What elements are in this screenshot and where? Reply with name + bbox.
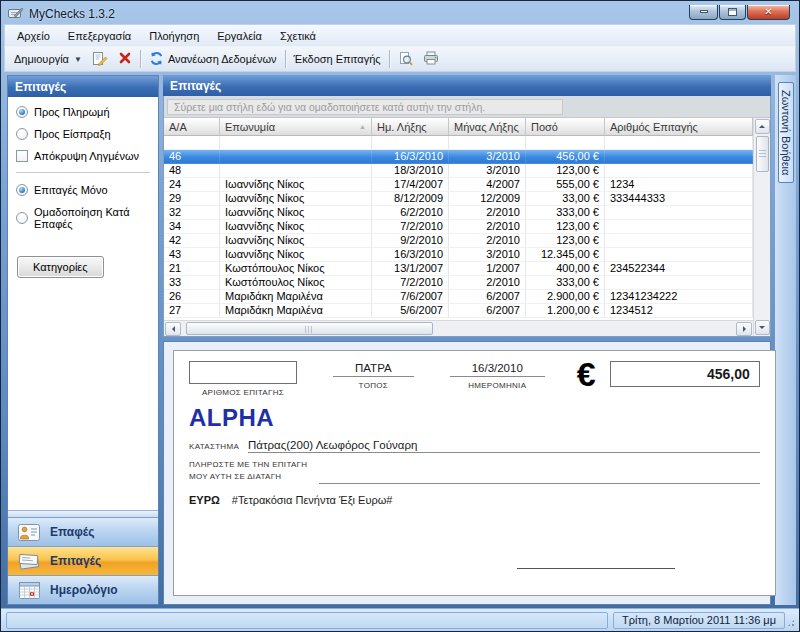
cell-month: 6/2007 <box>449 290 526 304</box>
check-amount-box: 456,00 <box>610 361 760 387</box>
cell-amount: 123,00 € <box>526 234 605 248</box>
issue-check-label: Έκδοση Επιταγής <box>294 53 381 65</box>
column-header-aa[interactable]: Α/Α <box>164 118 220 136</box>
filter-options: Προς Πληρωμή Προς Είσπραξη Απόκρυψη Ληγμ… <box>8 97 158 278</box>
cell-aa: 29 <box>164 192 220 206</box>
cell-number <box>605 220 753 234</box>
radio-pros-eispraxi[interactable]: Προς Είσπραξη <box>16 128 150 140</box>
table-row[interactable]: 33Κωστόπουλος Νίκος7/2/20102/2010333,00 … <box>164 276 753 290</box>
vertical-scroll-thumb[interactable] <box>756 136 769 172</box>
table-row[interactable]: 21Κωστόπουλος Νίκος13/1/20071/2007400,00… <box>164 262 753 276</box>
table-row[interactable]: 34Ιωαννίδης Νίκος7/2/20102/2010123,00 € <box>164 220 753 234</box>
cell-due <box>372 136 449 150</box>
table-row[interactable]: 4616/3/20103/2010456,00 € <box>164 150 753 164</box>
vertical-scrollbar[interactable] <box>753 118 770 336</box>
menu-item-tools[interactable]: Εργαλεία <box>208 26 271 46</box>
cell-due: 18/3/2010 <box>372 164 449 178</box>
cell-name: Μαριδάκη Μαριλένα <box>220 304 372 318</box>
main-panel-header: Επιταγές <box>163 75 771 96</box>
table-row[interactable]: 42Ιωαννίδης Νίκος9/2/20102/2010123,00 € <box>164 234 753 248</box>
radio-checks-only[interactable]: Επιταγές Μόνο <box>16 184 150 196</box>
menu-item-edit[interactable]: Επεξεργασία <box>59 26 140 46</box>
checkbox-icon <box>16 150 28 162</box>
checkbox-hide-expired[interactable]: Απόκρυψη Ληγμένων <box>16 150 150 162</box>
menu-item-file[interactable]: Αρχείο <box>8 26 59 46</box>
table-row[interactable]: 24Ιωαννίδης Νίκος17/4/20074/2007555,00 €… <box>164 178 753 192</box>
cell-name: Μαριδάκη Μαριλένα <box>220 290 372 304</box>
table-row[interactable]: 43Ιωαννίδης Νίκος16/3/20103/201012.345,0… <box>164 248 753 262</box>
print-preview-button[interactable] <box>393 48 418 71</box>
bank-name: ALPHA <box>189 406 760 430</box>
column-header-amount[interactable]: Ποσό <box>526 118 605 136</box>
maximize-button[interactable] <box>719 5 746 20</box>
checkbox-hide-expired-label: Απόκρυψη Ληγμένων <box>34 150 139 162</box>
table-row[interactable]: 26Μαριδάκη Μαριλένα7/6/20076/20072.900,0… <box>164 290 753 304</box>
create-button[interactable]: Δημιουργία ▼ <box>9 50 87 68</box>
column-header-due-date[interactable]: Ημ. Λήξης <box>372 118 449 136</box>
cell-aa: 34 <box>164 220 220 234</box>
live-help-tab[interactable]: Ζωντανή Βοήθεια <box>778 82 794 183</box>
menu-item-navigation[interactable]: Πλοήγηση <box>140 26 208 46</box>
nav-resize-grip[interactable] <box>8 510 158 517</box>
create-button-label: Δημιουργία <box>14 53 69 65</box>
check-number-label: ΑΡΙΘΜΟΣ ΕΠΙΤΑΓΗΣ <box>202 388 284 397</box>
close-button[interactable]: ✕ <box>747 5 790 20</box>
scroll-up-button[interactable] <box>755 119 770 134</box>
radio-group-by-contacts[interactable]: Ομαδοποίηση Κατά Επαφές <box>16 206 150 230</box>
window-buttons: ✕ <box>689 5 790 20</box>
categories-button[interactable]: Κατηγορίες <box>17 256 104 278</box>
cell-month: 3/2010 <box>449 248 526 262</box>
cell-amount: 456,00 € <box>526 150 605 164</box>
table-row[interactable]: 32Ιωαννίδης Νίκος6/2/20102/2010333,00 € <box>164 206 753 220</box>
sort-asc-icon: ▲ <box>359 123 366 130</box>
cell-amount: 555,00 € <box>526 178 605 192</box>
minimize-icon <box>700 10 708 13</box>
cell-aa: 26 <box>164 290 220 304</box>
column-header-due-month[interactable]: Μήνας Λήξης <box>449 118 526 136</box>
sidebar-item-calendar[interactable]: Ημερολόγιο <box>8 575 158 604</box>
checks-grid: Σύρετε μια στήλη εδώ για να ομαδοποιήσετ… <box>163 96 771 337</box>
sidebar-header: Επιταγές <box>8 76 158 97</box>
table-row[interactable]: 27Μαριδάκη Μαριλένα5/6/20076/20071.200,0… <box>164 304 753 318</box>
table-row[interactable]: 29Ιωαννίδης Νίκος8/12/200912/200933,00 €… <box>164 192 753 206</box>
edit-button[interactable] <box>87 48 113 71</box>
toolbar: Δημιουργία ▼ <box>4 46 796 72</box>
cell-number <box>605 206 753 220</box>
delete-button[interactable] <box>113 48 137 70</box>
cell-amount: 333,00 € <box>526 276 605 290</box>
minimize-button[interactable] <box>689 5 718 20</box>
scroll-right-icon <box>743 326 749 332</box>
sidebar-item-checks[interactable]: Επιταγές <box>8 546 158 575</box>
cell-month: 2/2010 <box>449 206 526 220</box>
horizontal-scroll-thumb[interactable] <box>186 322 433 335</box>
menu-item-about[interactable]: Σχετικά <box>271 26 325 46</box>
horizontal-scrollbar[interactable] <box>164 320 753 336</box>
table-row[interactable]: 4818/3/20103/2010123,00 € <box>164 164 753 178</box>
euro-symbol: € <box>577 357 596 391</box>
cell-month: 12/2009 <box>449 192 526 206</box>
sidebar-item-contacts[interactable]: Επαφές <box>8 517 158 546</box>
contacts-icon <box>17 524 41 541</box>
grid-column-headers: Α/Α Επωνυμία▲ Ημ. Λήξης Μήνας Λήξης Ποσό… <box>164 118 753 136</box>
scroll-right-button[interactable] <box>736 322 752 336</box>
app-window: MyChecks 1.3.2 ✕ Αρχείο Επεξεργασία Πλοή… <box>0 0 800 632</box>
check-date-value: 16/3/2010 <box>450 361 545 377</box>
cell-aa: 48 <box>164 164 220 178</box>
radio-pros-pliromi[interactable]: Προς Πληρωμή <box>16 106 150 118</box>
status-bar: Τρίτη, 8 Μαρτίου 2011 11:36 μμ <box>1 608 799 631</box>
column-header-check-number[interactable]: Αριθμός Επιταγής <box>605 118 753 136</box>
branch-label: ΚΑΤΑΣΤΗΜΑ <box>189 442 239 451</box>
column-header-name[interactable]: Επωνυμία▲ <box>220 118 372 136</box>
issue-check-button[interactable]: Έκδοση Επιταγής <box>289 50 386 68</box>
check-top-row: ΑΡΙΘΜΟΣ ΕΠΙΤΑΓΗΣ ΠΑΤΡΑ ΤΟΠΟΣ 16/3/2010 Η… <box>189 361 760 397</box>
scroll-down-button[interactable] <box>755 320 770 335</box>
check-place-label: ΤΟΠΟΣ <box>359 381 388 390</box>
print-button[interactable] <box>418 48 444 70</box>
group-by-bar[interactable]: Σύρετε μια στήλη εδώ για να ομαδοποιήσετ… <box>164 96 770 118</box>
title-bar: MyChecks 1.3.2 ✕ <box>4 3 796 24</box>
sidebar-item-checks-label: Επιταγές <box>50 554 101 568</box>
cell-amount: 400,00 € <box>526 262 605 276</box>
scroll-left-button[interactable] <box>165 322 181 336</box>
refresh-button[interactable]: Ανανέωση Δεδομένων <box>144 48 282 71</box>
sidebar-item-calendar-label: Ημερολόγιο <box>50 583 118 597</box>
